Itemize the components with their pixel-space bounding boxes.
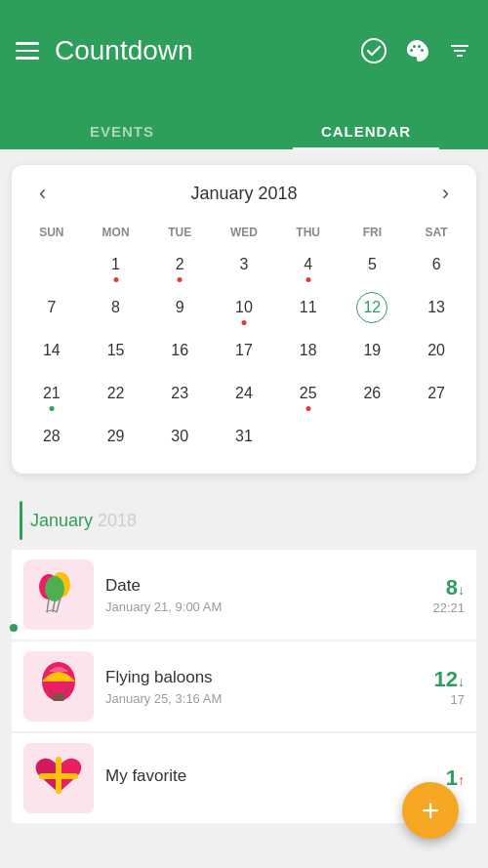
calendar-day[interactable]: 15 bbox=[84, 329, 148, 372]
calendar-day[interactable]: 26 bbox=[341, 372, 405, 415]
calendar-day[interactable]: 17 bbox=[212, 329, 276, 372]
calendar-day[interactable]: 8 bbox=[84, 286, 148, 329]
calendar-day[interactable]: 19 bbox=[341, 329, 405, 372]
next-month-button[interactable]: › bbox=[434, 177, 457, 210]
events-list: DateJanuary 21, 9:00 AM8↓22:21 Flying ba… bbox=[12, 550, 476, 823]
menu-button[interactable] bbox=[16, 42, 39, 60]
calendar-day[interactable]: 16 bbox=[147, 329, 212, 372]
header-top: Countdown bbox=[16, 35, 472, 66]
calendar-day[interactable]: 14 bbox=[20, 329, 84, 372]
calendar-day[interactable]: 3 bbox=[212, 243, 276, 286]
calendar-day[interactable] bbox=[20, 243, 84, 286]
svg-line-4 bbox=[47, 599, 49, 612]
weekday-wed: WED bbox=[212, 222, 276, 243]
weekday-sun: SUN bbox=[20, 222, 84, 243]
calendar-day[interactable]: 11 bbox=[276, 286, 341, 329]
event-count: 8↓22:21 bbox=[406, 575, 465, 615]
app-title: Countdown bbox=[55, 35, 361, 66]
calendar-day[interactable]: 1 bbox=[84, 243, 148, 286]
tab-calendar[interactable]: CALENDAR bbox=[244, 109, 488, 149]
svg-point-0 bbox=[362, 39, 386, 62]
header-icons bbox=[361, 38, 472, 63]
calendar-day[interactable]: 20 bbox=[404, 329, 468, 372]
calendar-day[interactable]: 5 bbox=[341, 243, 405, 286]
svg-rect-8 bbox=[53, 693, 64, 701]
event-date: January 21, 9:00 AM bbox=[105, 599, 394, 614]
weekday-mon: MON bbox=[84, 222, 148, 243]
calendar-day[interactable]: 28 bbox=[20, 415, 84, 458]
events-month-label: January 2018 bbox=[12, 489, 476, 550]
calendar-day[interactable]: 13 bbox=[404, 286, 468, 329]
calendar-header: ‹ January 2018 › bbox=[20, 177, 468, 222]
weekday-fri: FRI bbox=[341, 222, 405, 243]
event-name: My favorite bbox=[105, 766, 394, 786]
svg-point-3 bbox=[45, 576, 64, 601]
svg-rect-12 bbox=[39, 773, 78, 779]
event-time: 22:21 bbox=[406, 600, 465, 615]
timeline-line bbox=[20, 501, 22, 540]
calendar-day[interactable]: 22 bbox=[84, 372, 148, 415]
calendar-day[interactable]: 10 bbox=[212, 286, 276, 329]
calendar-day[interactable]: 6 bbox=[404, 243, 468, 286]
weekday-thu: THU bbox=[276, 222, 341, 243]
calendar-day[interactable] bbox=[276, 415, 341, 458]
calendar-grid: SUN MON TUE WED THU FRI SAT 123456789101… bbox=[20, 222, 468, 458]
weekday-tue: TUE bbox=[147, 222, 212, 243]
calendar-day[interactable]: 29 bbox=[84, 415, 148, 458]
tabs: EVENTS CALENDAR bbox=[0, 109, 488, 149]
calendar-day[interactable]: 7 bbox=[20, 286, 84, 329]
calendar-day[interactable]: 9 bbox=[147, 286, 212, 329]
palette-icon[interactable] bbox=[404, 38, 429, 63]
event-name: Flying baloons bbox=[105, 668, 394, 687]
calendar-day[interactable] bbox=[404, 415, 468, 458]
calendar-card: ‹ January 2018 › SUN MON TUE WED THU FRI… bbox=[12, 165, 476, 474]
calendar-day[interactable]: 18 bbox=[276, 329, 341, 372]
calendar-month-title: January 2018 bbox=[190, 184, 297, 204]
event-count: 12↓17 bbox=[406, 667, 465, 707]
event-time: 17 bbox=[406, 692, 465, 707]
event-dot-indicator bbox=[10, 624, 18, 632]
calendar-day[interactable]: 25 bbox=[276, 372, 341, 415]
calendar-day[interactable]: 30 bbox=[147, 415, 212, 458]
header: Countdown bbox=[0, 0, 488, 109]
events-section: January 2018 DateJanuary 21, 9:00 AM8↓22… bbox=[0, 489, 488, 823]
event-days: 8↓ bbox=[406, 575, 465, 600]
add-event-button[interactable]: + bbox=[402, 782, 459, 839]
calendar-day[interactable]: 24 bbox=[212, 372, 276, 415]
check-icon[interactable] bbox=[361, 38, 386, 63]
sort-icon[interactable] bbox=[447, 38, 472, 63]
calendar-day[interactable]: 12 bbox=[341, 286, 405, 329]
event-item[interactable]: Flying baloonsJanuary 25, 3:16 AM12↓17 bbox=[12, 641, 476, 731]
prev-month-button[interactable]: ‹ bbox=[31, 177, 54, 210]
event-info: My favorite bbox=[105, 766, 394, 790]
calendar-day[interactable]: 27 bbox=[404, 372, 468, 415]
calendar-day[interactable]: 21 bbox=[20, 372, 84, 415]
event-info: Flying baloonsJanuary 25, 3:16 AM bbox=[105, 668, 394, 706]
event-info: DateJanuary 21, 9:00 AM bbox=[105, 576, 394, 614]
event-thumbnail bbox=[23, 743, 94, 813]
event-date: January 25, 3:16 AM bbox=[105, 691, 394, 706]
events-month-text: January 2018 bbox=[30, 511, 137, 531]
event-name: Date bbox=[105, 576, 394, 596]
calendar-day[interactable]: 31 bbox=[212, 415, 276, 458]
event-thumbnail bbox=[23, 651, 94, 722]
tab-events[interactable]: EVENTS bbox=[0, 109, 244, 149]
event-thumbnail bbox=[23, 559, 94, 630]
event-item[interactable]: DateJanuary 21, 9:00 AM8↓22:21 bbox=[12, 550, 476, 640]
calendar-day[interactable]: 4 bbox=[276, 243, 341, 286]
event-days: 12↓ bbox=[406, 667, 465, 692]
calendar-day[interactable] bbox=[341, 415, 405, 458]
calendar-day[interactable]: 2 bbox=[147, 243, 212, 286]
weekday-sat: SAT bbox=[404, 222, 468, 243]
calendar-day[interactable]: 23 bbox=[147, 372, 212, 415]
